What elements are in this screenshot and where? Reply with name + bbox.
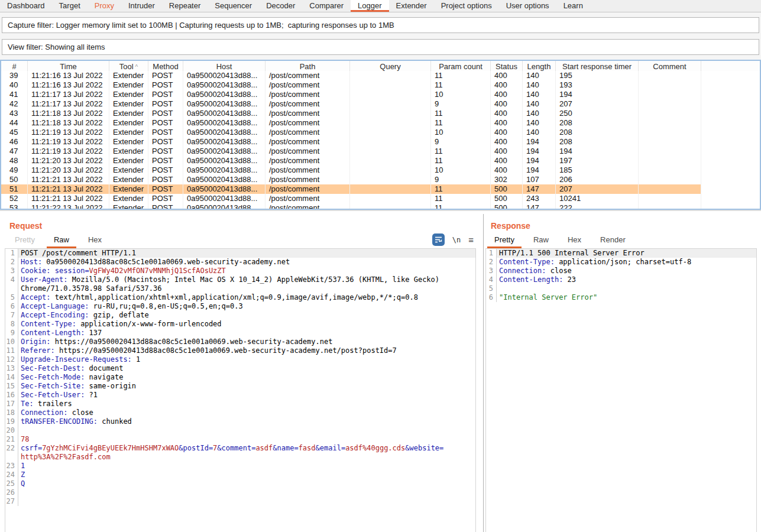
tab-render[interactable]: Render (593, 233, 633, 248)
table-cell: POST (148, 137, 183, 147)
tab-raw[interactable]: Raw (526, 233, 556, 248)
table-cell: 147 (523, 184, 556, 194)
tab-pretty[interactable]: Pretty (8, 233, 42, 248)
table-editor-splitter[interactable] (0, 210, 761, 214)
top-nav: DashboardTargetProxyIntruderRepeaterSequ… (0, 0, 761, 12)
nav-tab-logger[interactable]: Logger (351, 0, 388, 12)
table-cell (639, 71, 701, 80)
table-row[interactable]: 4811:21:20 13 Jul 2022ExtenderPOST0a9500… (1, 156, 760, 166)
editor-menu-icon[interactable]: ≡ (468, 235, 474, 245)
line-number: 6 (5, 302, 18, 311)
line-number: 25 (5, 479, 18, 488)
line-content: Referer: https://0a9500020413d88ac08c5c1… (18, 346, 475, 355)
table-row[interactable]: 4211:21:17 13 Jul 2022ExtenderPOST0a9500… (1, 99, 760, 109)
line-content: Cookie: session=VgFWy4D2vMfON7vMNMhjQ1Sc… (18, 267, 475, 275)
table-row[interactable]: 4411:21:18 13 Jul 2022ExtenderPOST0a9500… (1, 118, 760, 128)
newline-visibility-icon[interactable]: \n (452, 236, 461, 244)
table-cell (350, 109, 431, 118)
nav-tab-project-options[interactable]: Project options (434, 0, 499, 12)
table-cell: 11:21:20 13 Jul 2022 (28, 166, 109, 175)
tab-raw[interactable]: Raw (47, 233, 76, 248)
line-content (18, 497, 475, 506)
table-cell (701, 99, 761, 109)
table-cell: 0a9500020413d88... (183, 194, 265, 203)
editor-line: 12Upgrade-Insecure-Requests: 1 (5, 355, 475, 364)
table-cell: Extender (109, 109, 148, 118)
table-row[interactable]: 4511:21:19 13 Jul 2022ExtenderPOST0a9500… (1, 128, 760, 137)
table-cell: /post/comment (265, 137, 350, 147)
table-cell: POST (148, 128, 183, 137)
nav-tab-comparer[interactable]: Comparer (302, 0, 351, 12)
table-row[interactable]: 4611:21:19 13 Jul 2022ExtenderPOST0a9500… (1, 137, 760, 147)
line-content: Chrome/71.0.3578.98 Safari/537.36 (18, 284, 475, 293)
table-cell: 400 (491, 71, 523, 80)
line-content: tRANSFER-ENCODING: chunked (18, 417, 475, 426)
table-cell (701, 128, 761, 137)
table-row[interactable]: 4011:21:16 13 Jul 2022ExtenderPOST0a9500… (1, 80, 760, 90)
line-number: 8 (5, 320, 18, 329)
table-cell: 194 (523, 166, 556, 175)
line-number: 19 (5, 417, 18, 426)
response-editor[interactable]: 1HTTP/1.1 500 Internal Server Error2Cont… (485, 248, 757, 532)
table-row[interactable]: 4111:21:17 13 Jul 2022ExtenderPOST0a9500… (1, 90, 760, 99)
nav-tab-user-options[interactable]: User options (499, 0, 556, 12)
tab-pretty[interactable]: Pretty (487, 233, 522, 248)
editor-line: 8Content-Type: application/x-www-form-ur… (5, 320, 475, 329)
table-cell: 11 (431, 109, 491, 118)
table-cell (639, 194, 701, 203)
table-cell: 400 (491, 156, 523, 166)
table-cell: 0a9500020413d88... (183, 99, 265, 109)
line-number: 4 (5, 275, 18, 284)
table-cell (350, 99, 431, 109)
editor-line: 3Connection: close (486, 267, 756, 275)
line-content: Accept: text/html,application/xhtml+xml,… (18, 293, 475, 302)
table-row[interactable]: 4711:21:19 13 Jul 2022ExtenderPOST0a9500… (1, 147, 760, 156)
table-row[interactable]: 5211:21:21 13 Jul 2022ExtenderPOST0a9500… (1, 194, 760, 203)
table-cell (701, 137, 761, 147)
table-row[interactable]: 3911:21:16 13 Jul 2022ExtenderPOST0a9500… (1, 71, 760, 80)
tab-hex[interactable]: Hex (561, 233, 588, 248)
editor-line: 9Content-Length: 137 (5, 329, 475, 338)
table-cell: /post/comment (265, 71, 350, 80)
editor-line: 1POST /post/comment HTTP/1.1 (5, 249, 475, 258)
table-cell: POST (148, 166, 183, 175)
table-cell (350, 147, 431, 156)
table-cell (350, 203, 431, 210)
table-row[interactable]: 4911:21:20 13 Jul 2022ExtenderPOST0a9500… (1, 166, 760, 175)
line-content: http%3A%2F%2Fasdf.com (18, 453, 475, 462)
tab-hex[interactable]: Hex (81, 233, 109, 248)
table-cell: 140 (523, 80, 556, 90)
table-cell: 11:21:20 13 Jul 2022 (28, 156, 109, 166)
nav-tab-repeater[interactable]: Repeater (162, 0, 208, 12)
editor-line: Chrome/71.0.3578.98 Safari/537.36 (5, 284, 475, 293)
table-cell: POST (148, 118, 183, 128)
nav-tab-learn[interactable]: Learn (556, 0, 590, 12)
table-cell (639, 137, 701, 147)
table-cell: 193 (556, 80, 639, 90)
editor-line: 5Accept: text/html,application/xhtml+xml… (5, 293, 475, 302)
table-cell: 140 (523, 71, 556, 80)
table-cell: Extender (109, 194, 148, 203)
request-editor[interactable]: 1POST /post/comment HTTP/1.12Host: 0a950… (5, 248, 476, 532)
table-cell: /post/comment (265, 147, 350, 156)
soft-wrap-toggle-icon[interactable] (432, 233, 445, 246)
table-cell (639, 99, 701, 109)
table-cell (350, 166, 431, 175)
table-cell (639, 156, 701, 166)
nav-tab-sequencer[interactable]: Sequencer (208, 0, 259, 12)
table-row[interactable]: 5011:21:21 13 Jul 2022ExtenderPOST0a9500… (1, 175, 760, 184)
nav-tab-target[interactable]: Target (52, 0, 88, 12)
nav-tab-intruder[interactable]: Intruder (121, 0, 162, 12)
table-row[interactable]: 5111:21:21 13 Jul 2022ExtenderPOST0a9500… (1, 184, 760, 194)
nav-tab-extender[interactable]: Extender (389, 0, 434, 12)
line-content: Sec-Fetch-Mode: navigate (18, 373, 475, 382)
nav-tab-dashboard[interactable]: Dashboard (0, 0, 52, 12)
view-filter-bar[interactable]: View filter: Showing all items (2, 39, 759, 55)
nav-tab-proxy[interactable]: Proxy (88, 0, 121, 12)
table-row[interactable]: 4311:21:18 13 Jul 2022ExtenderPOST0a9500… (1, 109, 760, 118)
table-cell: 400 (491, 137, 523, 147)
table-cell: 11 (431, 156, 491, 166)
capture-filter-bar[interactable]: Capture filter: Logger memory limit set … (2, 17, 759, 33)
table-row[interactable]: 5311:21:22 13 Jul 2022ExtenderPOST0a9500… (1, 203, 760, 210)
nav-tab-decoder[interactable]: Decoder (259, 0, 302, 12)
